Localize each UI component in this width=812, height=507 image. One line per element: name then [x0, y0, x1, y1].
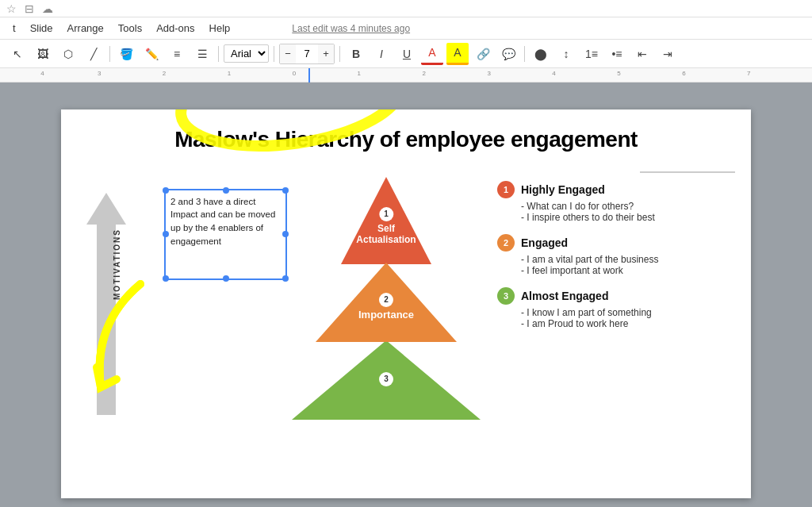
align-left[interactable]: ≡ [166, 43, 188, 65]
font-size-control: − 7 + [279, 44, 335, 64]
italic-button[interactable]: I [370, 43, 393, 65]
legend-item-1: 1 Highly Engaged - What can I do for oth… [497, 181, 747, 223]
star-icon[interactable]: ☆ [6, 2, 17, 15]
underline-button[interactable]: U [396, 43, 418, 65]
slide: Maslow's Hierarchy of employee engagemen… [61, 109, 751, 498]
handle-mr[interactable] [282, 231, 289, 237]
sep2 [218, 46, 219, 62]
select-tool[interactable]: ↖ [6, 43, 29, 65]
legend-circle-3: 3 [497, 287, 515, 305]
menu-item-arrange[interactable]: Arrange [61, 21, 110, 36]
legend-bullet-1-1: - What can I do for others? [521, 201, 747, 212]
font-size-input[interactable]: 7 [296, 48, 318, 60]
link-button[interactable]: 🔗 [472, 43, 494, 65]
menu-bar: t Slide Arrange Tools Add-ons Help Last … [0, 17, 812, 40]
yellow-arrow-annotation [77, 276, 156, 403]
align-text-left[interactable]: ⬤ [530, 43, 552, 65]
bulleted-list[interactable]: •≡ [606, 43, 628, 65]
sep3 [274, 46, 274, 62]
legend-circle-2: 2 [497, 234, 515, 252]
handle-tl[interactable] [163, 187, 169, 194]
handle-br[interactable] [282, 275, 289, 282]
handle-tr[interactable] [282, 187, 289, 194]
ruler: 4 3 2 1 0 1 2 3 4 5 6 7 [0, 68, 812, 83]
selected-textbox[interactable]: 2 and 3 have a direct Impact and can be … [164, 189, 287, 280]
pyramid-level-1: 1 SelfActualisation [341, 177, 432, 264]
title-underline [640, 171, 735, 173]
numbered-list[interactable]: 1≡ [580, 43, 603, 65]
font-color-button[interactable]: A [421, 43, 443, 65]
comment-button[interactable]: 💬 [497, 43, 519, 65]
cloud-icon[interactable]: ☁ [42, 2, 53, 15]
slide-area[interactable]: Maslow's Hierarchy of employee engagemen… [0, 83, 812, 507]
menu-item-tools[interactable]: Tools [112, 21, 148, 36]
legend-section: 1 Highly Engaged - What can I do for oth… [497, 181, 747, 498]
image-tool[interactable]: 🖼 [32, 43, 54, 65]
align-center[interactable]: ☰ [191, 43, 213, 65]
bold-button[interactable]: B [345, 43, 367, 65]
shape-tool[interactable]: ⬡ [57, 43, 79, 65]
handle-bl[interactable] [163, 275, 169, 282]
indent-decrease[interactable]: ⇤ [631, 43, 653, 65]
handle-bm[interactable] [223, 275, 229, 282]
indent-increase[interactable]: ⇥ [657, 43, 679, 65]
menu-item-slide[interactable]: Slide [24, 21, 59, 36]
sep1 [109, 46, 110, 62]
legend-item-2: 2 Engaged - I am a vital part of the bus… [497, 234, 747, 276]
legend-title-3: Almost Engaged [521, 290, 608, 302]
highlight-button[interactable]: A [446, 43, 469, 65]
pyramid-section: 1 SelfActualisation 2 Importance 3 [291, 177, 481, 498]
legend-circle-1: 1 [497, 181, 515, 198]
slide-title: Maslow's Hierarchy of employee engagemen… [61, 127, 751, 152]
legend-bullet-3-1: - I know I am part of something [521, 307, 747, 318]
legend-title-2: Engaged [521, 236, 568, 249]
fill-color[interactable]: 🪣 [115, 43, 137, 65]
pyramid-level-2: 2 Importance [316, 263, 457, 342]
handle-ml[interactable] [163, 231, 169, 237]
menu-item-file[interactable]: t [6, 21, 22, 36]
font-size-increase[interactable]: + [318, 44, 334, 63]
top-icon-bar: ☆ ⊟ ☁ [0, 0, 812, 17]
sep4 [339, 46, 340, 62]
textbox-content: 2 and 3 have a direct Impact and can be … [170, 197, 275, 246]
folder-icon[interactable]: ⊟ [25, 2, 34, 15]
font-size-decrease[interactable]: − [280, 44, 296, 63]
line-spacing[interactable]: ↕ [555, 43, 577, 65]
legend-bullet-1-2: - I inspire others to do their best [521, 212, 747, 223]
left-section: MOTIVATIONS [69, 181, 172, 498]
legend-bullet-3-2: - I am Proud to work here [521, 318, 747, 329]
legend-bullet-2-2: - I feel important at work [521, 265, 747, 276]
font-family-select[interactable]: Arial [224, 44, 269, 63]
legend-bullet-2-1: - I am a vital part of the business [521, 254, 747, 265]
menu-item-help[interactable]: Help [203, 21, 237, 36]
line-color[interactable]: ✏️ [140, 43, 163, 65]
toolbar: ↖ 🖼 ⬡ ╱ 🪣 ✏️ ≡ ☰ Arial − 7 + B I U A A 🔗… [0, 40, 812, 68]
last-edit-label: Last edit was 4 minutes ago [285, 21, 416, 36]
line-tool[interactable]: ╱ [82, 43, 105, 65]
sep5 [524, 46, 525, 62]
handle-tm[interactable] [223, 187, 229, 194]
legend-item-3: 3 Almost Engaged - I know I am part of s… [497, 287, 747, 329]
pyramid-level-3: 3 [292, 340, 481, 420]
legend-title-1: Highly Engaged [521, 183, 605, 196]
menu-item-addons[interactable]: Add-ons [150, 21, 201, 36]
